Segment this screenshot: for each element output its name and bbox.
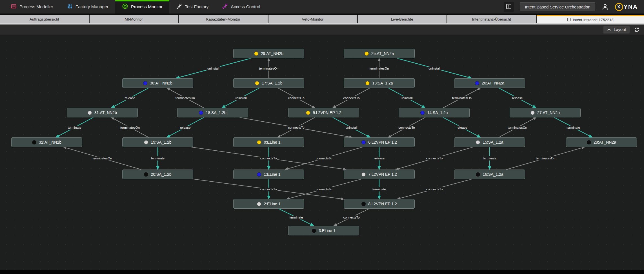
graph-canvas[interactable]: uninstallreleaseterminateuninstallreleas… <box>0 35 644 270</box>
factory-manager-icon <box>67 3 73 10</box>
graph-node-28[interactable]: 28:AT_NN2a <box>566 137 637 147</box>
node-label: 19:SA_1.2b <box>151 140 171 144</box>
node-label: 0:ELine 1 <box>264 140 280 144</box>
nav-item-test-factory[interactable]: Test Factory <box>169 0 215 14</box>
graph-node-5[interactable]: 5:L2VPN EP 1.2 <box>288 108 359 117</box>
graph-node-31[interactable]: 31:AT_NN2b <box>67 108 138 117</box>
graph-node-30[interactable]: 30:AT_NN2b <box>122 78 193 88</box>
graph-node-2[interactable]: 2:ELine 1 <box>233 199 304 209</box>
edge-label: terminate <box>151 157 165 160</box>
edge-label: connectsTo <box>426 188 443 191</box>
graph-node-1[interactable]: 1:ELine 1 <box>233 170 304 179</box>
tab-live-berichte[interactable]: Live-Berichte <box>358 15 447 23</box>
node-status-dot <box>306 111 310 115</box>
edge-label: connectsTo <box>288 96 304 100</box>
edge-label: terminatesOn <box>92 157 112 160</box>
tab-mi-monitor[interactable]: MI-Monitor <box>90 15 179 23</box>
xyna-logo-text: YNA <box>624 3 638 10</box>
node-label: 25:AT_NN2a <box>371 51 394 56</box>
node-label: 14:SA_1.2a <box>427 110 448 115</box>
process-modeller-icon <box>11 3 17 10</box>
graph-node-15[interactable]: 15:SA_1.2a <box>454 137 525 147</box>
tab-kapazitaeten-monitor[interactable]: Kapazitäten-Monitor <box>179 15 268 23</box>
edge-label: release <box>180 126 191 129</box>
layout-button[interactable]: Layout <box>603 26 630 34</box>
node-label: 13:SA_1.2a <box>372 81 393 85</box>
edge-label: uninstall <box>428 67 440 70</box>
tab-intentinstanz-uebersicht[interactable]: Intentinstanz-Übersicht <box>447 15 537 23</box>
node-status-dot <box>88 111 92 115</box>
edge-label: release <box>125 96 136 100</box>
edge-label: terminate <box>567 126 580 129</box>
node-status-dot <box>143 81 147 85</box>
edge-label: connectsTo <box>316 157 332 160</box>
nav-item-factory-manager[interactable]: Factory Manager <box>60 0 115 14</box>
edge-label: uninstall <box>235 96 247 100</box>
graph-node-13[interactable]: 13:SA_1.2a <box>344 78 415 88</box>
edge-label: connectsTo <box>398 126 415 129</box>
tab-bar: Auftragsübersicht MI-Monitor Kapazitäten… <box>0 15 644 23</box>
edge-label: uninstall <box>345 126 357 129</box>
node-status-dot <box>530 111 535 115</box>
nav-item-access-control[interactable]: Access Control <box>215 0 267 14</box>
graph-node-17[interactable]: 17:SA_1.2b <box>233 78 304 88</box>
user-icon[interactable] <box>601 3 609 10</box>
node-label: 15:SA_1.2a <box>483 140 503 144</box>
edge-label: terminate <box>290 216 303 219</box>
instance-info-icon <box>567 18 571 22</box>
graph-node-0[interactable]: 0:ELine 1 <box>233 137 304 147</box>
node-status-dot <box>587 140 591 144</box>
node-status-dot <box>365 52 369 56</box>
graph-node-7[interactable]: 7:L2VPN EP 1.2 <box>344 170 415 179</box>
node-status-dot <box>476 140 480 144</box>
nav-item-process-monitor[interactable]: Process Monitor <box>115 0 169 14</box>
graph-node-20[interactable]: 20:SA_1.2b <box>122 170 193 179</box>
graph-node-16[interactable]: 16:SA_1.2a <box>454 170 525 179</box>
edge-label: terminatesOn <box>508 126 527 129</box>
chevron-up-icon <box>607 27 611 32</box>
node-label: 30:AT_NN2b <box>150 81 172 85</box>
graph-node-6[interactable]: 6:L2VPN EP 1.2 <box>344 137 415 147</box>
node-label: 17:SA_1.2b <box>262 81 282 85</box>
nav-item-process-modeller[interactable]: Process Modeller <box>4 0 60 14</box>
test-factory-icon <box>176 3 182 10</box>
tab-veto-monitor[interactable]: Veto-Monitor <box>268 15 358 23</box>
xyna-logo: XYNA <box>615 3 638 11</box>
node-label: 18:SA_1.2b <box>206 110 226 115</box>
graph-node-18[interactable]: 18:SA_1.2b <box>177 108 248 117</box>
tab-auftragsuebersicht[interactable]: Auftragsübersicht <box>0 15 90 23</box>
app-window: Process Modeller Factory Manager Process… <box>0 0 644 274</box>
panel-toggle-button[interactable] <box>504 2 514 12</box>
edge-label: release <box>374 157 385 160</box>
nav-item-label: Factory Manager <box>75 4 108 9</box>
graph-node-14[interactable]: 14:SA_1.2a <box>399 108 470 117</box>
refresh-icon[interactable] <box>634 27 639 32</box>
graph-node-25[interactable]: 25:AT_NN2a <box>344 49 415 58</box>
node-status-dot <box>361 140 366 144</box>
xyna-logo-x: X <box>615 3 623 11</box>
graph-node-27[interactable]: 27:AT_NN2a <box>510 108 581 117</box>
node-label: 6:L2VPN EP 1.2 <box>368 140 397 144</box>
node-label: 29:AT_NN2b <box>261 51 283 56</box>
graph-node-19[interactable]: 19:SA_1.2b <box>122 137 193 147</box>
edge-label: release <box>512 96 523 100</box>
node-status-dot <box>144 140 148 144</box>
graph-node-8[interactable]: 8:L2VPN EP 1.2 <box>344 199 415 209</box>
node-status-dot <box>257 202 261 206</box>
info-panel-icon <box>506 4 512 10</box>
edge-label: uninstall <box>207 67 219 70</box>
node-status-dot <box>32 140 36 144</box>
project-button[interactable]: Intent Based Service Orchestration <box>520 3 595 11</box>
layout-button-label: Layout <box>614 27 626 32</box>
edge-label: terminatesOn <box>536 157 555 160</box>
graph-node-3[interactable]: 3:ELine 1 <box>288 226 359 235</box>
node-label: 16:SA_1.2a <box>483 172 503 177</box>
edge-label: connectsTo <box>316 188 332 191</box>
graph-node-29[interactable]: 29:AT_NN2b <box>233 49 304 58</box>
edge-label: terminate <box>372 188 386 191</box>
edge-label: connectsTo <box>343 216 359 219</box>
tab-intent-instance[interactable]: intent-instance 1752213 <box>537 15 644 23</box>
nav-item-label: Process Monitor <box>131 4 163 9</box>
graph-node-26[interactable]: 26:AT_NN2a <box>454 78 525 88</box>
graph-node-32[interactable]: 32:AT_NN2b <box>11 137 82 147</box>
